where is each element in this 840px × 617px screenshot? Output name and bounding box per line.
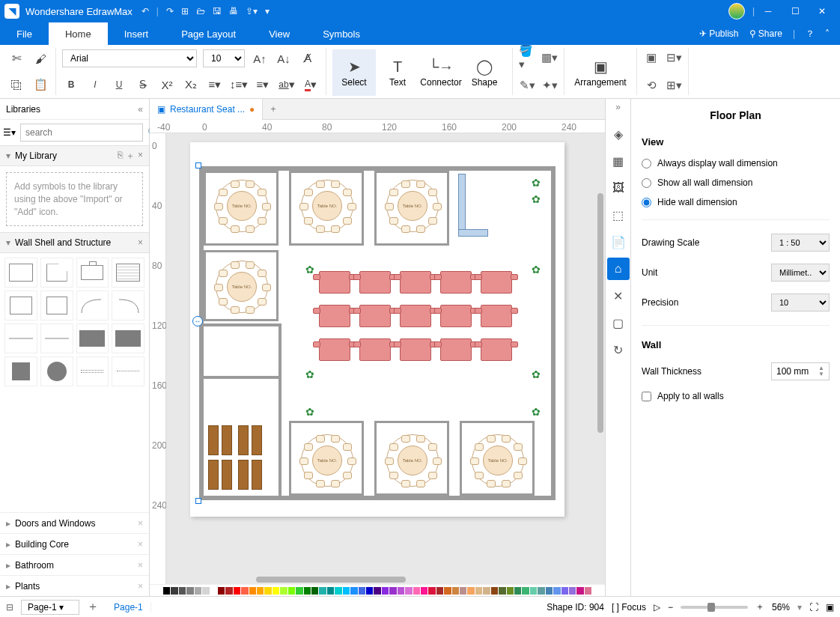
color-swatch[interactable] — [452, 587, 459, 595]
tab-file[interactable]: File — [0, 22, 49, 45]
fill-color-icon[interactable]: 🪣▾ — [519, 49, 535, 66]
tab-home[interactable]: Home — [49, 22, 108, 45]
grid-icon[interactable]: ▦ — [607, 150, 630, 172]
color-swatch[interactable] — [179, 587, 186, 595]
close-button[interactable]: ✕ — [809, 6, 836, 16]
tab-page-layout[interactable]: Page Layout — [165, 22, 252, 45]
color-swatch[interactable] — [210, 587, 217, 595]
category-doors-windows[interactable]: ▸Doors and Windows× — [0, 512, 149, 533]
shape-thumb[interactable] — [112, 356, 144, 386]
color-swatch[interactable] — [171, 587, 177, 595]
color-swatch[interactable] — [538, 587, 544, 595]
color-swatch[interactable] — [444, 587, 451, 595]
bold-icon[interactable]: B — [62, 76, 80, 94]
color-swatch[interactable] — [264, 587, 271, 595]
shape-thumb[interactable] — [40, 291, 73, 320]
shape-thumb[interactable] — [76, 356, 109, 386]
fit-page-icon[interactable]: ⛶ — [809, 602, 818, 613]
color-swatch[interactable] — [553, 587, 560, 595]
color-swatch[interactable] — [522, 587, 529, 595]
floor-plan-drawing[interactable]: ↔ Tabl — [199, 166, 556, 500]
color-swatch[interactable] — [413, 587, 420, 595]
strikethrough-icon[interactable]: S̶ — [134, 76, 152, 94]
add-page-button[interactable]: ＋ — [87, 599, 99, 615]
color-swatch[interactable] — [350, 587, 357, 595]
arrangement-tool[interactable]: ▣Arrangement — [570, 49, 630, 96]
page-tab[interactable]: Page-1 — [106, 602, 151, 613]
text-effect-icon[interactable]: ab▾ — [278, 76, 296, 94]
align-icon[interactable]: ≡▾ — [254, 76, 272, 94]
color-swatch[interactable] — [335, 587, 341, 595]
zoom-out-icon[interactable]: − — [668, 602, 673, 613]
shape-thumb[interactable] — [4, 356, 37, 386]
new-icon[interactable]: ⊞ — [181, 6, 189, 16]
shape-thumb[interactable] — [40, 356, 73, 386]
category-bathroom[interactable]: ▸Bathroom× — [0, 554, 149, 575]
zoom-in-icon[interactable]: ＋ — [755, 601, 764, 613]
expand-panel-icon[interactable]: » — [615, 102, 621, 118]
my-library-section[interactable]: ▾My Library ⎘＋× — [0, 145, 149, 166]
outline-icon[interactable]: ⊟ — [6, 602, 13, 613]
color-swatch[interactable] — [428, 587, 435, 595]
color-swatch[interactable] — [366, 587, 373, 595]
add-icon[interactable]: ＋ — [126, 150, 135, 162]
paste-icon[interactable]: 📋 — [31, 76, 49, 94]
color-swatch[interactable] — [483, 587, 490, 595]
color-swatch[interactable] — [561, 587, 568, 595]
canvas[interactable]: ↔ Tabl — [166, 133, 605, 584]
color-swatch[interactable] — [507, 587, 514, 595]
color-swatch[interactable] — [585, 587, 591, 595]
line-style-icon[interactable]: ✦▾ — [541, 77, 558, 94]
color-swatch[interactable] — [218, 587, 225, 595]
superscript-icon[interactable]: X² — [158, 76, 176, 94]
color-swatch[interactable] — [514, 587, 521, 595]
shape-tool[interactable]: ◯Shape — [463, 49, 506, 96]
presentation-icon[interactable]: ▢ — [607, 311, 630, 334]
color-swatch[interactable] — [288, 587, 295, 595]
qat-more-icon[interactable]: ▾ — [265, 6, 270, 16]
color-swatch[interactable] — [569, 587, 576, 595]
undo-icon[interactable]: ↶ — [141, 6, 149, 16]
unit-select[interactable]: Millimet... — [771, 264, 830, 282]
library-search-input[interactable] — [20, 124, 143, 142]
publish-button[interactable]: ✈ Publish — [699, 28, 739, 39]
font-color-icon[interactable]: A▾ — [302, 76, 320, 94]
color-swatch[interactable] — [163, 587, 170, 595]
color-swatch[interactable] — [475, 587, 482, 595]
color-swatch[interactable] — [359, 587, 365, 595]
format-painter-icon[interactable]: 🖌 — [31, 49, 49, 67]
italic-icon[interactable]: I — [86, 76, 104, 94]
group-icon[interactable]: ▣ — [643, 49, 660, 66]
library-menu-icon[interactable]: ☰▾ — [3, 127, 16, 138]
user-avatar[interactable] — [728, 3, 745, 19]
shape-thumb[interactable] — [40, 323, 73, 353]
theme-icon[interactable]: ◈ — [607, 123, 630, 145]
shape-thumb[interactable] — [4, 291, 37, 320]
focus-button[interactable]: [ ] Focus — [612, 602, 646, 613]
select-tool[interactable]: ➤Select — [332, 49, 376, 96]
color-swatch[interactable] — [460, 587, 466, 595]
shape-thumb[interactable] — [112, 258, 144, 288]
color-swatch[interactable] — [273, 587, 279, 595]
cut-icon[interactable]: ✄ — [7, 49, 25, 67]
export-icon[interactable]: ⇪▾ — [246, 6, 258, 16]
close-wall-section-icon[interactable]: × — [138, 237, 143, 248]
font-family-select[interactable]: Arial — [62, 49, 197, 67]
shape-thumb[interactable] — [76, 258, 109, 288]
clear-format-icon[interactable]: A̸ — [299, 49, 317, 67]
precision-select[interactable]: 10 — [771, 294, 830, 311]
color-swatch[interactable] — [280, 587, 287, 595]
underline-icon[interactable]: U — [110, 76, 128, 94]
zoom-value[interactable]: 56% — [772, 602, 790, 613]
collapse-ribbon-icon[interactable]: ˄ — [825, 28, 830, 39]
color-swatch[interactable] — [421, 587, 427, 595]
shape-thumb[interactable] — [40, 258, 73, 288]
play-icon[interactable]: ▷ — [654, 602, 660, 613]
color-swatch[interactable] — [225, 587, 232, 595]
category-plants[interactable]: ▸Plants× — [0, 575, 149, 596]
bullets-icon[interactable]: ≡▾ — [206, 76, 224, 94]
color-swatch[interactable] — [202, 587, 209, 595]
history-icon[interactable]: ↻ — [607, 338, 630, 361]
color-swatch[interactable] — [296, 587, 302, 595]
drawing-scale-select[interactable]: 1 : 50 — [771, 234, 830, 252]
